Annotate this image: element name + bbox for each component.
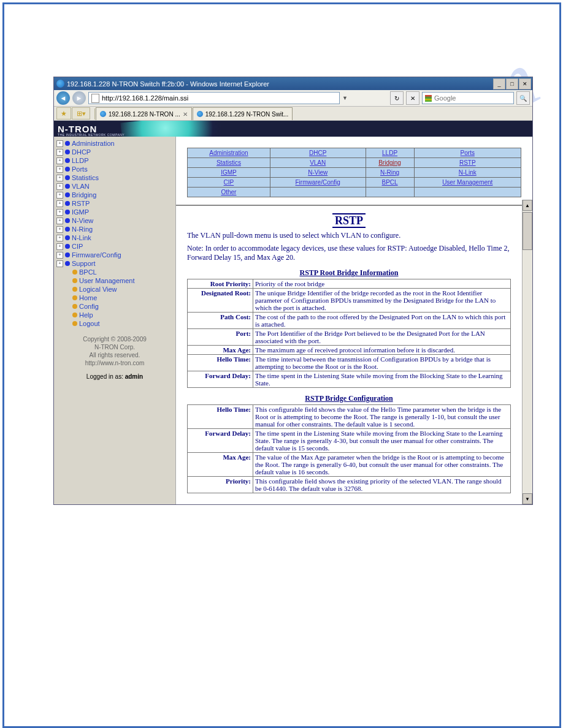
nav-link[interactable]: Statistics	[216, 159, 241, 166]
expand-icon[interactable]: +	[56, 166, 63, 173]
expand-icon[interactable]: +	[56, 149, 63, 156]
sidebar-link[interactable]: Firmware/Config	[72, 251, 121, 259]
sidebar-item[interactable]: Logout	[65, 319, 173, 328]
scroll-up-button[interactable]: ▲	[523, 200, 532, 211]
search-go-button[interactable]: 🔍	[516, 91, 530, 105]
tab-2[interactable]: 192.168.1.229 N-TRON Swit...	[193, 107, 293, 120]
sidebar-link[interactable]: Administration	[72, 140, 115, 147]
sidebar-item[interactable]: +VLAN	[56, 182, 173, 191]
nav-link[interactable]: N-Ring	[380, 169, 399, 176]
section-title: RSTP Bridge Configuration	[187, 394, 511, 403]
expand-icon[interactable]: +	[56, 183, 63, 190]
sidebar-item[interactable]: +N-Link	[56, 233, 173, 242]
nav-link[interactable]: RSTP	[459, 159, 476, 166]
nav-link[interactable]: DHCP	[309, 150, 326, 156]
nav-link[interactable]: LLDP	[382, 150, 397, 156]
sidebar-link[interactable]: Ports	[72, 165, 88, 173]
scroll-thumb[interactable]	[523, 212, 532, 250]
nav-link[interactable]: CIP	[224, 179, 234, 186]
close-button[interactable]: ✕	[519, 78, 531, 89]
nav-link[interactable]: User Management	[442, 179, 492, 186]
address-bar[interactable]: http://192.168.1.228/main.ssi	[88, 92, 340, 104]
nav-link[interactable]: N-Link	[459, 169, 477, 176]
scroll-track[interactable]	[523, 250, 532, 493]
sidebar-item[interactable]: Logical View	[65, 285, 173, 294]
sidebar-item[interactable]: Home	[65, 294, 173, 302]
sidebar-item[interactable]: +N-View	[56, 216, 173, 225]
sidebar-link[interactable]: User Management	[79, 277, 135, 284]
sidebar-item[interactable]: +IGMP	[56, 208, 173, 216]
sidebar-item[interactable]: +RSTP	[56, 199, 173, 208]
sidebar-item[interactable]: +Administration	[56, 139, 173, 148]
expand-icon[interactable]: +	[56, 243, 63, 250]
sidebar-link[interactable]: Logout	[79, 320, 100, 327]
nav-link[interactable]: VLAN	[310, 159, 326, 166]
sidebar-link[interactable]: Logical View	[79, 286, 117, 293]
sidebar-link[interactable]: N-Ring	[72, 226, 93, 233]
nav-link[interactable]: Bridging	[378, 159, 401, 166]
stop-button[interactable]: ✕	[406, 91, 419, 105]
sidebar-link[interactable]: DHCP	[72, 148, 91, 156]
sidebar-item[interactable]: +Support	[56, 259, 173, 268]
favorites-bar-button[interactable]: ⊞▾	[72, 107, 90, 119]
sidebar-link[interactable]: IGMP	[72, 208, 89, 216]
expand-icon[interactable]: +	[56, 192, 63, 199]
expand-icon[interactable]: +	[56, 175, 63, 181]
sidebar-link[interactable]: VLAN	[72, 183, 90, 190]
sidebar-item[interactable]: +DHCP	[56, 148, 173, 156]
expand-icon[interactable]: +	[56, 260, 63, 267]
sidebar-link[interactable]: RSTP	[72, 200, 90, 207]
sidebar-link[interactable]: N-Link	[72, 234, 91, 241]
nav-link[interactable]: N-View	[308, 169, 327, 176]
scroll-down-button[interactable]: ▼	[523, 493, 532, 504]
nav-link[interactable]: BPCL	[382, 179, 398, 186]
field-description: The time spent in the Listening State wh…	[253, 371, 511, 388]
expand-icon[interactable]: +	[56, 209, 63, 216]
sidebar-item[interactable]: Config	[65, 302, 173, 311]
expand-icon[interactable]: +	[56, 226, 63, 233]
nav-link[interactable]: Administration	[209, 150, 248, 156]
tab-close-icon[interactable]: ✕	[183, 111, 188, 118]
sidebar-link[interactable]: Support	[72, 260, 96, 267]
forward-button[interactable]: ►	[72, 91, 86, 105]
back-button[interactable]: ◄	[56, 91, 70, 105]
sidebar-link[interactable]: Home	[79, 294, 97, 301]
minimize-button[interactable]: _	[493, 78, 505, 89]
nav-link[interactable]: Other	[221, 189, 236, 195]
nav-link[interactable]: Firmware/Config	[296, 179, 340, 186]
expand-icon[interactable]: +	[56, 252, 63, 259]
copyright-link[interactable]: http://www.n-tron.com	[85, 360, 145, 366]
bullet-icon	[65, 261, 70, 266]
sidebar-link[interactable]: BPCL	[79, 268, 97, 276]
expand-icon[interactable]: +	[56, 200, 63, 207]
sidebar-link[interactable]: Bridging	[72, 191, 96, 199]
expand-icon[interactable]: +	[56, 157, 63, 164]
sidebar-link[interactable]: Statistics	[72, 174, 99, 181]
maximize-button[interactable]: □	[506, 78, 518, 89]
sidebar-link[interactable]: Help	[79, 311, 93, 319]
sidebar-link[interactable]: N-View	[72, 217, 93, 224]
sidebar-item[interactable]: Help	[65, 311, 173, 319]
sidebar-item[interactable]: +Firmware/Config	[56, 251, 173, 259]
expand-icon[interactable]: +	[56, 140, 63, 147]
sidebar-link[interactable]: LLDP	[72, 157, 89, 164]
sidebar-item[interactable]: BPCL	[65, 268, 173, 276]
expand-icon[interactable]: +	[56, 218, 63, 224]
sidebar-item[interactable]: +Bridging	[56, 191, 173, 199]
sidebar-item[interactable]: +N-Ring	[56, 225, 173, 233]
nav-link[interactable]: Ports	[461, 150, 475, 156]
tab-1[interactable]: 192.168.1.228 N-TRON ... ✕	[96, 107, 192, 120]
sidebar-link[interactable]: Config	[79, 303, 99, 310]
favorites-button[interactable]: ★	[56, 107, 71, 119]
nav-link[interactable]: IGMP	[221, 169, 237, 176]
expand-icon[interactable]: +	[56, 235, 63, 241]
sidebar-item[interactable]: +Ports	[56, 165, 173, 173]
sidebar-link[interactable]: CIP	[72, 243, 83, 250]
vertical-scrollbar[interactable]: ▲ ▼	[522, 200, 532, 504]
search-box[interactable]: Google	[422, 92, 514, 104]
refresh-button[interactable]: ↻	[390, 91, 404, 105]
sidebar-item[interactable]: +Statistics	[56, 173, 173, 182]
sidebar-item[interactable]: +LLDP	[56, 156, 173, 165]
sidebar-item[interactable]: User Management	[65, 276, 173, 285]
sidebar-item[interactable]: +CIP	[56, 242, 173, 251]
